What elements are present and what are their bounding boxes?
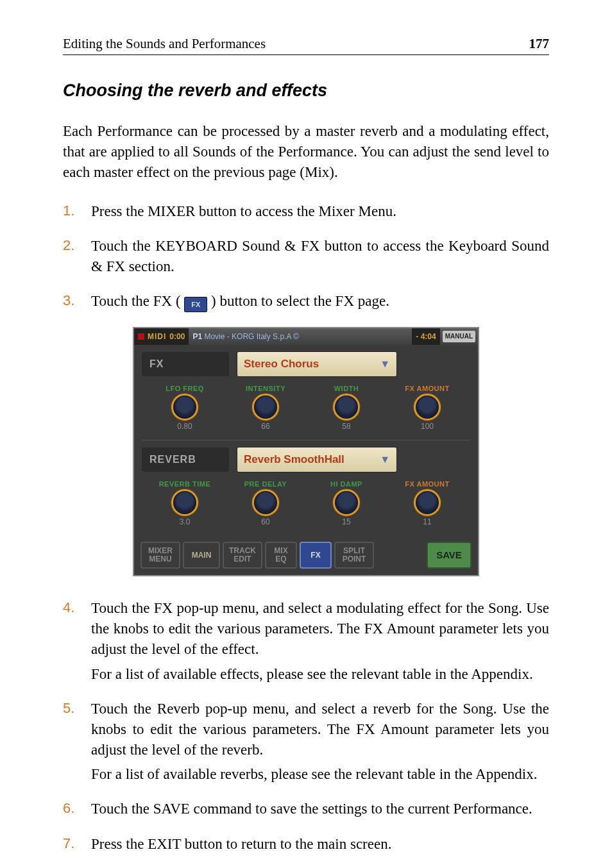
reverb-param-label: REVERB TIME [144,480,225,488]
header-rule [63,54,549,55]
reverb-param-value: 60 [225,517,306,526]
hi-damp-knob[interactable] [333,489,360,516]
fx-dropdown[interactable]: Stereo Chorus ▼ [237,351,397,377]
fx-param-label: WIDTH [306,385,387,392]
fx-param-value: 66 [225,422,306,431]
fx-param-label: FX AMOUNT [387,385,468,392]
manual-badge: MANUAL [443,331,475,342]
step-3: Touch the FX ( FX ) button to select the… [63,291,549,313]
reverb-fx-amount-knob[interactable] [414,489,441,516]
fx-param-value: 100 [387,422,468,431]
lfo-freq-knob[interactable] [171,394,198,421]
fx-dropdown-value: Stereo Chorus [244,358,319,371]
fx-section-label: FX [142,352,229,376]
save-button[interactable]: SAVE [427,542,472,569]
page-number: 177 [529,36,550,52]
midi-label: MIDI [148,332,166,341]
time-right: - 4:04 [412,328,439,345]
chevron-down-icon: ▼ [380,358,390,370]
fx-param-value: 0.80 [144,422,225,431]
intro-paragraph: Each Performance can be processed by a m… [63,121,549,183]
reverb-param-value: 11 [387,517,468,526]
width-knob[interactable] [333,394,360,421]
step-4: Touch the FX pop-up menu, and select a m… [63,598,549,685]
step-7: Press the EXIT button to return to the m… [63,834,549,855]
reverb-param-value: 15 [306,517,387,526]
tab-track-edit[interactable]: TRACK EDIT [223,542,262,569]
fx-amount-knob[interactable] [414,394,441,421]
tab-mixer-menu[interactable]: MIXER MENU [140,542,180,569]
tab-spacer [377,542,424,569]
step-5: Touch the Reverb pop-up menu, and select… [63,699,549,785]
fx-param-label: INTENSITY [225,385,306,392]
reverb-dropdown-value: Reverb SmoothHall [244,453,344,466]
fx-param-value: 58 [306,422,387,431]
intensity-knob[interactable] [252,394,279,421]
fx-icon-inline: FX [184,292,207,313]
section-divider [142,440,470,440]
tab-mix-eq[interactable]: MIX EQ [265,542,297,569]
reverb-param-label: FX AMOUNT [387,480,468,488]
reverb-param-label: PRE DELAY [225,480,306,488]
reverb-params-row: REVERB TIME 3.0 PRE DELAY 60 HI DAMP 15 [142,478,470,533]
reverb-param-value: 3.0 [144,517,225,526]
step-2: Touch the KEYBOARD Sound & FX button to … [63,236,549,277]
performance-name: P1 Movie - KORG Italy S.p.A © [189,332,412,341]
tab-split-point[interactable]: SPLIT POINT [334,542,374,569]
time-left: 0:00 [169,332,185,341]
step-6: Touch the SAVE command to save the setti… [63,799,549,819]
bottom-tab-bar: MIXER MENU MAIN TRACK EDIT MIX EQ FX SPL… [134,538,478,575]
reverb-time-knob[interactable] [171,489,198,516]
step-1: Press the MIXER button to access the Mix… [63,201,549,222]
chevron-down-icon: ▼ [380,454,390,465]
reverb-section-label: REVERB [142,447,229,472]
section-title: Choosing the reverb and effects [63,81,549,101]
record-indicator-icon [138,333,144,340]
pre-delay-knob[interactable] [252,489,279,516]
fx-page-screenshot: MIDI 0:00 P1 Movie - KORG Italy S.p.A © … [133,327,479,576]
reverb-param-label: HI DAMP [306,480,387,488]
screen-titlebar: MIDI 0:00 P1 Movie - KORG Italy S.p.A © … [134,328,478,345]
tab-fx[interactable]: FX [300,542,332,569]
reverb-dropdown[interactable]: Reverb SmoothHall ▼ [237,447,397,472]
fx-param-label: LFO FREQ [144,385,225,392]
tab-main[interactable]: MAIN [183,542,220,569]
fx-params-row: LFO FREQ 0.80 INTENSITY 66 WIDTH 58 [142,382,470,437]
running-header: Editing the Sounds and Performances [63,36,266,52]
